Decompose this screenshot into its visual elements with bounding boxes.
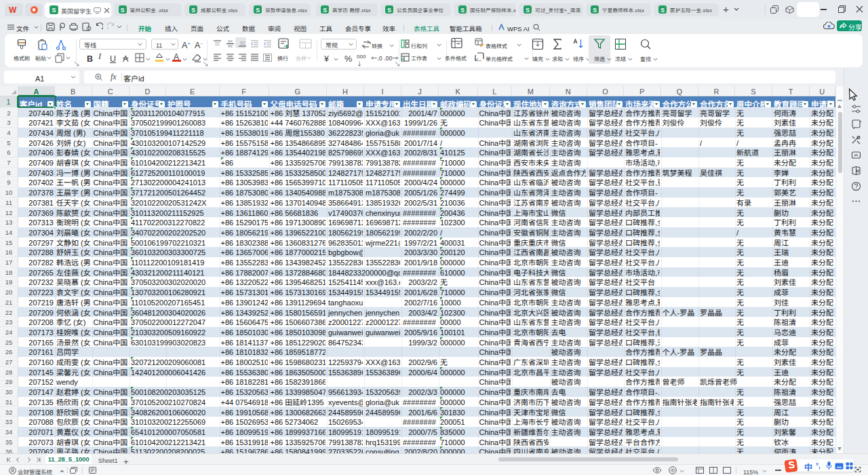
svg-text:中: 中 (671, 467, 675, 474)
